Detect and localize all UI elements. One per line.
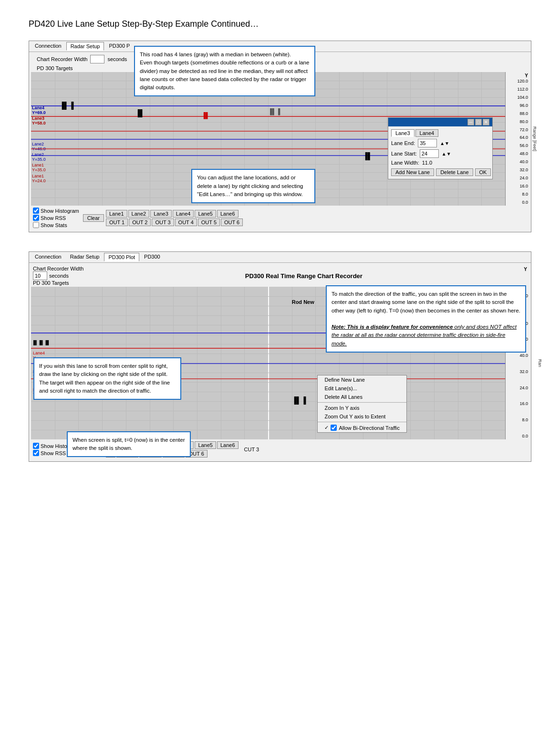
delete-lane-btn[interactable]: Delete Lane <box>436 168 473 176</box>
out3-btn-1[interactable]: OUT 3 <box>152 219 174 226</box>
show-stats-check-1[interactable]: Show Stats <box>33 222 79 228</box>
targets-label-1: PD 300 Targets <box>37 65 73 71</box>
rss-checkbox-2[interactable] <box>33 450 39 456</box>
lane-end-input[interactable] <box>418 139 437 147</box>
callout-left-2: If you wish this lane to scroll from cen… <box>33 357 181 400</box>
callout-main-2-text: To match the direction of the traffic, y… <box>332 290 520 348</box>
lane5-btn-2[interactable]: Lane5 <box>195 441 216 449</box>
add-lane-btn[interactable]: Add New Lane <box>391 168 434 176</box>
out2-btn-1[interactable]: OUT 2 <box>129 219 151 226</box>
menu-pd300-2[interactable]: PD300 <box>140 253 164 261</box>
lane2-btn-1[interactable]: Lane2 <box>128 210 150 218</box>
y-val-2-4: 40.0 <box>519 353 528 358</box>
y-val-2-7: 16.0 <box>519 401 528 406</box>
y-val-1-1: 120.0 <box>517 79 528 83</box>
chart-recorder-label-1: Chart Recorder Width <box>37 56 87 62</box>
lane3-btn-1[interactable]: Lane3 <box>150 210 172 218</box>
seconds-label-2: seconds <box>49 273 69 279</box>
menu-pd300p-1[interactable]: PD300 P <box>105 42 134 51</box>
rss-checkbox-1[interactable] <box>33 215 39 221</box>
y-axis-1: Y 120.0 112.0 104.0 96.0 88.0 80.0 72.0 … <box>505 72 529 206</box>
seconds-input-2[interactable] <box>33 271 47 280</box>
lane6-btn-2[interactable]: Lane6 <box>217 441 239 449</box>
show-histogram-check-1[interactable]: Show Histogram <box>33 208 79 214</box>
menu-pd300plot-2[interactable]: PD300 Plot <box>104 253 139 261</box>
out5-btn-1[interactable]: OUT 5 <box>198 219 220 226</box>
y-val-1-15: 8.0 <box>522 192 528 197</box>
context-zoom-in[interactable]: Zoom In Y axis <box>318 404 406 412</box>
restore-btn[interactable]: □ <box>475 119 482 125</box>
window2-title: PD300 Real Time Range Chart Recorder <box>88 272 519 280</box>
y-val-1-4: 96.0 <box>519 103 528 108</box>
lane3-tab[interactable]: Lane3 <box>391 129 415 137</box>
context-delete-all[interactable]: Delete All Lanes <box>318 393 406 401</box>
window-1: Connection Radar Setup PD300 P Chart Rec… <box>29 41 531 232</box>
lane4-tab[interactable]: Lane4 <box>415 129 439 137</box>
out1-btn-1[interactable]: OUT 1 <box>106 219 128 226</box>
lane-end-label: Lane End: <box>391 140 415 146</box>
seconds-input-1[interactable]: 10 <box>90 55 104 63</box>
callout-1: This road has 4 lanes (gray) with a medi… <box>134 46 315 96</box>
chart-recorder-label-2: Chart Recorder Width <box>33 266 83 271</box>
stats-checkbox-1[interactable] <box>33 222 39 228</box>
targets-label-2: PD 300 Targets <box>33 280 83 286</box>
context-define-lane[interactable]: Define New Lane <box>318 375 406 384</box>
context-menu-2: Define New Lane Edit Lane(s)... Delete A… <box>317 375 407 433</box>
lane-tabs: Lane3 Lane4 <box>391 129 489 137</box>
out6-btn-1[interactable]: OUT 6 <box>221 219 243 226</box>
bottom-controls-1: Show Histogram Show RSS Show Stats Clear… <box>31 206 529 230</box>
ok-btn[interactable]: OK <box>475 168 491 176</box>
seconds-label-1: seconds <box>107 56 127 62</box>
out4-btn-1[interactable]: OUT 4 <box>175 219 197 226</box>
lane-start-input[interactable] <box>420 149 439 158</box>
context-bidirectional[interactable]: Allow Bi-Directional Traffic <box>318 423 406 432</box>
close-btn[interactable]: ✕ <box>483 119 489 125</box>
lane5-btn-1[interactable]: Lane5 <box>195 210 216 218</box>
context-sep-2 <box>318 422 406 422</box>
context-zoom-out[interactable]: Zoom Out Y axis to Extent <box>318 412 406 421</box>
target-blob-1: ▐▌▐ <box>60 102 74 109</box>
histogram-checkbox-2[interactable] <box>33 443 39 449</box>
lane-start-spinner[interactable]: ▲▼ <box>442 151 451 156</box>
toolbar-left-2: Chart Recorder Width seconds PD 300 Targ… <box>33 266 83 286</box>
menubar-2: Connection Radar Setup PD300 Plot PD300 <box>29 252 531 263</box>
target-blob-r1: ▐▌▐ <box>292 396 306 404</box>
window-2: Connection Radar Setup PD300 Plot PD300 … <box>29 251 531 462</box>
dialog-window-controls: ─ □ ✕ <box>467 119 489 125</box>
y-val-2-6: 24.0 <box>519 385 528 390</box>
y-title-2: Y <box>524 266 527 272</box>
y-val-2-9: 0.0 <box>522 434 528 438</box>
checkbox-group-1: Show Histogram Show RSS Show Stats <box>33 208 79 228</box>
histogram-checkbox-1[interactable] <box>33 208 39 214</box>
callout-bottom-2: When screen is split, t=0 (now) is in th… <box>67 431 191 458</box>
lane1-btn-1[interactable]: Lane1 <box>106 210 127 218</box>
target-blob-3: ▐▌ <box>202 112 210 119</box>
lane-width-label: Lane Width: <box>391 160 419 166</box>
clear-btn-1[interactable]: Clear <box>83 214 104 222</box>
menu-radarsetup-1[interactable]: Radar Setup <box>66 42 104 51</box>
dialog-btns: Add New Lane Delete Lane OK <box>391 168 489 176</box>
context-edit-lane[interactable]: Edit Lane(s)... <box>318 384 406 393</box>
y-val-1-6: 80.0 <box>519 119 528 124</box>
y-val-1-11: 40.0 <box>519 159 528 164</box>
target-blob-5: ▐▌ <box>363 152 373 160</box>
y-title-1: Y <box>525 73 528 78</box>
lane4-btn-1[interactable]: Lane4 <box>173 210 194 218</box>
menu-connection-1[interactable]: Connection <box>31 42 65 51</box>
lane-width-value: 11.0 <box>422 160 432 166</box>
page-title: PD420 Live Lane Setup Step-By-Step Examp… <box>29 19 531 29</box>
rod-new-label: Rod New <box>292 299 314 305</box>
show-rss-check-1[interactable]: Show RSS <box>33 215 79 221</box>
bidirectional-checkbox[interactable] <box>331 425 337 431</box>
minimize-btn[interactable]: ─ <box>467 119 474 125</box>
lane6-btn-1[interactable]: Lane6 <box>217 210 239 218</box>
callout-2: You can adjust the lane locations, add o… <box>191 169 315 203</box>
lane-edit-dialog: ─ □ ✕ Lane3 Lane4 Lane End: ▲▼ Lane Star… <box>388 117 493 179</box>
lane-end-spinner[interactable]: ▲▼ <box>440 141 449 146</box>
menu-connection-2[interactable]: Connection <box>31 253 65 261</box>
dialog-titlebar: ─ □ ✕ <box>388 118 492 126</box>
y-val-1-16: 0.0 <box>522 200 528 205</box>
out-row-1: OUT 1 OUT 2 OUT 3 OUT 4 OUT 5 OUT 6 <box>106 219 243 226</box>
menu-radarsetup-2[interactable]: Radar Setup <box>66 253 104 261</box>
y-val-1-9: 56.0 <box>519 143 528 148</box>
